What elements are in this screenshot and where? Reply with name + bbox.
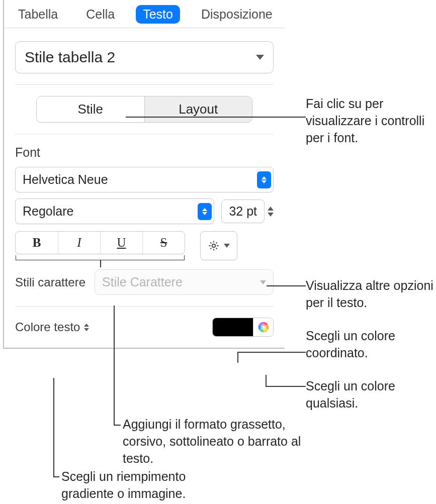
tab-cella[interactable]: Cella xyxy=(79,5,122,24)
stepper-up[interactable] xyxy=(268,207,274,211)
popup-arrows-icon xyxy=(84,324,89,331)
character-styles-label: Stili carattere xyxy=(15,275,85,289)
callout-gear: Visualizza altre opzioni per il testo. xyxy=(306,277,434,312)
text-color-picker xyxy=(212,318,274,337)
leader-line xyxy=(267,285,306,286)
svg-point-0 xyxy=(212,244,215,247)
divider xyxy=(15,306,274,307)
chevron-down-icon xyxy=(256,55,264,60)
format-inspector-panel: Tabella Cella Testo Disposizione Stile t… xyxy=(3,0,285,349)
text-color-label: Colore testo xyxy=(15,320,80,334)
text-color-popup[interactable]: Colore testo xyxy=(15,320,89,334)
tab-testo[interactable]: Testo xyxy=(136,5,180,24)
leader-line xyxy=(237,352,306,353)
paragraph-style-select[interactable]: Stile tabella 2 xyxy=(15,41,274,73)
segment-stile[interactable]: Stile xyxy=(37,96,144,122)
callout-bius: Aggiungi il formato grassetto, corsivo, … xyxy=(123,416,304,467)
strikethrough-button[interactable]: S xyxy=(142,232,185,254)
color-wheel-button[interactable] xyxy=(253,318,273,336)
callout-color-wheel: Scegli un colore qualsiasi. xyxy=(306,378,426,412)
font-family-popup[interactable]: Helvetica Neue xyxy=(15,167,274,192)
leader-line xyxy=(237,352,238,363)
font-weight-value: Regolare xyxy=(23,199,73,224)
leader-line xyxy=(266,375,267,386)
divider xyxy=(15,134,274,134)
bius-callout-bracket xyxy=(16,255,185,260)
popup-arrows-icon xyxy=(257,171,271,188)
segment-layout[interactable]: Layout xyxy=(144,96,252,122)
font-size-stepper: 32 pt xyxy=(221,199,274,223)
callout-text-color-fill: Scegli un riempimento gradiente o immagi… xyxy=(61,468,232,502)
tab-tabella[interactable]: Tabella xyxy=(11,5,65,24)
color-well[interactable] xyxy=(213,318,253,336)
popup-arrows-icon xyxy=(198,203,212,220)
tab-disposizione[interactable]: Disposizione xyxy=(194,5,280,24)
callout-color-well: Scegli un colore coordinato. xyxy=(306,328,426,362)
leader-line xyxy=(53,476,59,477)
character-styles-row: Stili carattere Stile Carattere xyxy=(15,269,274,295)
font-family-value: Helvetica Neue xyxy=(23,167,108,192)
underline-button[interactable]: U xyxy=(100,232,142,254)
stepper-down[interactable] xyxy=(268,213,274,217)
gear-icon xyxy=(208,240,220,252)
bold-button[interactable]: B xyxy=(16,232,58,254)
leader-line xyxy=(114,425,121,426)
callout-stile: Fai clic su per visualizzare i controlli… xyxy=(306,95,431,146)
bius-group: B I U S xyxy=(15,231,185,254)
character-style-placeholder: Stile Carattere xyxy=(102,275,183,289)
font-weight-size-row: Regolare 32 pt xyxy=(15,198,274,224)
svg-point-1 xyxy=(258,322,269,332)
font-section-label: Font xyxy=(15,145,274,160)
stepper-arrows xyxy=(268,207,274,217)
leader-line xyxy=(266,386,306,387)
chevron-down-icon xyxy=(224,244,230,248)
italic-button[interactable]: I xyxy=(58,232,100,254)
leader-line xyxy=(126,117,306,118)
font-weight-popup[interactable]: Regolare xyxy=(15,198,214,224)
text-color-row: Colore testo xyxy=(15,318,274,337)
advanced-text-options-button[interactable] xyxy=(200,231,237,260)
divider xyxy=(15,84,274,85)
chevron-down-icon xyxy=(260,280,266,284)
font-size-field[interactable]: 32 pt xyxy=(221,199,265,223)
inspector-tabbar: Tabella Cella Testo Disposizione xyxy=(4,0,285,28)
inspector-content: Stile tabella 2 Stile Layout Font Helvet… xyxy=(4,28,285,348)
paragraph-style-value: Stile tabella 2 xyxy=(25,49,115,66)
text-style-row: B I U S xyxy=(15,231,274,260)
character-style-popup[interactable]: Stile Carattere xyxy=(95,269,274,295)
color-wheel-icon xyxy=(258,322,269,333)
leader-line xyxy=(53,378,54,476)
style-layout-segmented: Stile Layout xyxy=(36,96,252,123)
leader-line xyxy=(114,306,115,425)
